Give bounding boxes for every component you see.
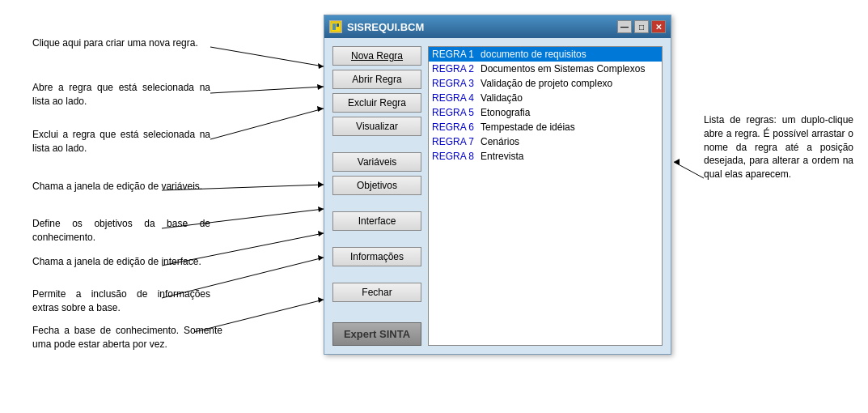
rule-number: REGRA 2 bbox=[432, 63, 474, 75]
annotation-informacoes: Permite a inclusão de informações extras… bbox=[32, 287, 210, 315]
rule-number: REGRA 3 bbox=[432, 78, 474, 89]
rule-number: REGRA 8 bbox=[432, 151, 474, 162]
rule-number: REGRA 5 bbox=[432, 107, 474, 118]
visualizar-button[interactable]: Visualizar bbox=[332, 117, 421, 136]
annotation-nova-regra: Clique aqui para criar uma nova regra. bbox=[32, 36, 210, 50]
svg-rect-1 bbox=[332, 23, 336, 30]
excluir-regra-button[interactable]: Excluir Regra bbox=[332, 93, 421, 113]
interface-button[interactable]: Interface bbox=[332, 211, 421, 231]
close-button[interactable]: ✕ bbox=[651, 20, 666, 33]
annotation-rules-list: Lista de regras: um duplo-clique abre a … bbox=[704, 113, 853, 181]
titlebar: SISREQUI.BCM — □ ✕ bbox=[324, 15, 671, 38]
svg-marker-16 bbox=[318, 255, 324, 261]
svg-line-19 bbox=[674, 162, 704, 178]
rule-description: Tempestade de idéias bbox=[481, 121, 575, 133]
rule-description: Validação bbox=[481, 92, 523, 104]
minimize-button[interactable]: — bbox=[617, 20, 632, 33]
annotation-excluir-regra: Exclui a regra que está selecionada na l… bbox=[32, 128, 210, 155]
maximize-button[interactable]: □ bbox=[634, 20, 649, 33]
svg-marker-20 bbox=[674, 159, 680, 165]
rule-description: Validação de projeto complexo bbox=[481, 78, 612, 89]
titlebar-left: SISREQUI.BCM bbox=[329, 20, 424, 33]
rule-number: REGRA 7 bbox=[432, 136, 474, 147]
titlebar-controls: — □ ✕ bbox=[617, 20, 666, 33]
svg-marker-6 bbox=[317, 84, 324, 90]
rule-number: REGRA 1 bbox=[432, 49, 474, 60]
rule-description: documento de requisitos bbox=[481, 49, 586, 60]
rule-number: REGRA 6 bbox=[432, 121, 474, 133]
annotation-abrir-regra: Abre a regra que está selecionada na lis… bbox=[32, 81, 210, 109]
buttons-panel: Nova Regra Abrir Regra Excluir Regra Vis… bbox=[332, 46, 421, 346]
rule-description: Cenários bbox=[481, 136, 519, 147]
nova-regra-button[interactable]: Nova Regra bbox=[332, 46, 421, 66]
window-title: SISREQUI.BCM bbox=[347, 21, 424, 33]
svg-rect-2 bbox=[337, 23, 339, 27]
rule-description: Documentos em Sistemas Complexos bbox=[481, 63, 645, 75]
annotation-fechar: Fecha a base de conhecimento. Somente um… bbox=[32, 324, 222, 351]
rule-item[interactable]: REGRA 1documento de requisitos bbox=[429, 47, 662, 62]
annotation-variaveis: Chama a janela de edição de variáveis. bbox=[32, 180, 210, 194]
svg-marker-18 bbox=[318, 297, 324, 303]
rule-item[interactable]: REGRA 3Validação de projeto complexo bbox=[429, 76, 662, 91]
rule-number: REGRA 4 bbox=[432, 92, 474, 104]
window-content: Nova Regra Abrir Regra Excluir Regra Vis… bbox=[324, 38, 671, 354]
svg-line-5 bbox=[210, 87, 324, 93]
annotation-interface: Chama a janela de edição de interface. bbox=[32, 255, 210, 269]
rules-list[interactable]: REGRA 1documento de requisitosREGRA 2Doc… bbox=[428, 46, 663, 346]
rule-item[interactable]: REGRA 5Etonografia bbox=[429, 105, 662, 120]
svg-marker-12 bbox=[318, 206, 324, 212]
rule-item[interactable]: REGRA 2Documentos em Sistemas Complexos bbox=[429, 62, 662, 76]
rule-item[interactable]: REGRA 8Entrevista bbox=[429, 149, 662, 164]
svg-line-3 bbox=[210, 47, 324, 66]
objetivos-button[interactable]: Objetivos bbox=[332, 176, 421, 195]
svg-marker-4 bbox=[318, 63, 324, 69]
abrir-regra-button[interactable]: Abrir Regra bbox=[332, 70, 421, 89]
app-icon bbox=[329, 20, 342, 33]
rule-item[interactable]: REGRA 7Cenários bbox=[429, 134, 662, 149]
svg-marker-8 bbox=[317, 106, 324, 112]
informacoes-button[interactable]: Informações bbox=[332, 247, 421, 266]
rule-description: Etonografia bbox=[481, 107, 530, 118]
svg-line-7 bbox=[210, 109, 324, 139]
rule-description: Entrevista bbox=[481, 151, 523, 162]
rule-item[interactable]: REGRA 6Tempestade de idéias bbox=[429, 120, 662, 134]
fechar-button[interactable]: Fechar bbox=[332, 283, 421, 302]
rule-item[interactable]: REGRA 4Validação bbox=[429, 91, 662, 105]
expert-sinta-button[interactable]: Expert SINTA bbox=[332, 322, 421, 346]
annotation-objetivos: Define os objetivos da base de conhecime… bbox=[32, 217, 210, 245]
svg-marker-14 bbox=[318, 231, 324, 236]
svg-marker-10 bbox=[318, 181, 324, 188]
variaveis-button[interactable]: Variáveis bbox=[332, 152, 421, 172]
main-window: SISREQUI.BCM — □ ✕ Nova Regra Abrir Regr… bbox=[324, 15, 671, 355]
